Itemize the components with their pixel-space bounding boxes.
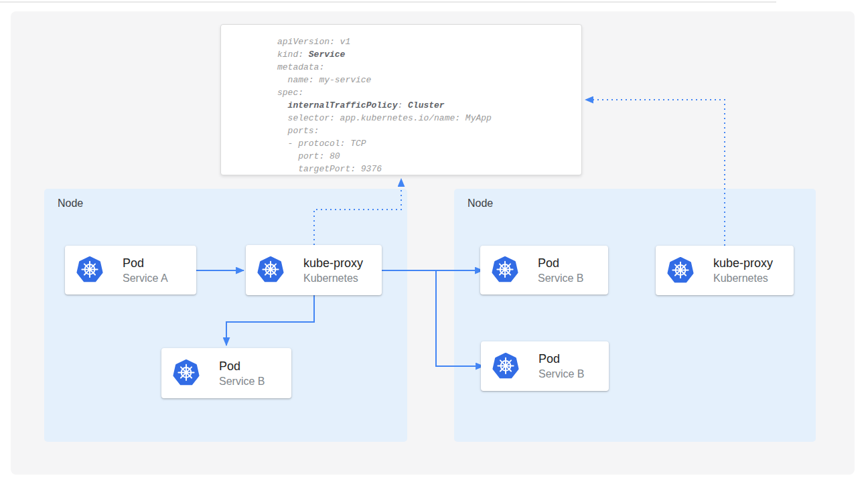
- node-label: Node: [58, 197, 83, 210]
- kubernetes-icon: [256, 256, 285, 284]
- card-text: kube-proxy Kubernetes: [713, 256, 773, 285]
- yaml-text-bold: internalTrafficPolicy: [288, 100, 398, 110]
- pod-service-b-right-bottom-card: Pod Service B: [481, 341, 609, 391]
- card-text: Pod Service A: [123, 256, 168, 285]
- card-subtitle: Service B: [538, 367, 584, 381]
- card-title: kube-proxy: [303, 256, 363, 271]
- yaml-line: internalTrafficPolicy: Cluster: [277, 99, 581, 112]
- yaml-text: ports:: [277, 126, 319, 136]
- card-title: Pod: [123, 256, 168, 271]
- yaml-text: port: 80: [277, 151, 340, 161]
- card-subtitle: Service B: [538, 271, 583, 285]
- yaml-text: :: [397, 100, 408, 110]
- yaml-text-bold: Service: [309, 50, 346, 60]
- yaml-line: port: 80: [277, 150, 581, 163]
- top-divider: [0, 1, 776, 3]
- yaml-line: apiVersion: v1: [277, 35, 581, 48]
- card-text: Pod Service B: [219, 359, 265, 388]
- card-subtitle: Kubernetes: [303, 271, 363, 285]
- card-subtitle: Kubernetes: [713, 271, 773, 285]
- yaml-text: [277, 100, 288, 110]
- yaml-line: selector: app.kubernetes.io/name: MyApp: [277, 112, 581, 125]
- yaml-text: spec:: [277, 88, 303, 98]
- yaml-line: spec:: [277, 86, 581, 99]
- yaml-text-bold: Cluster: [408, 100, 445, 110]
- yaml-text: name: my-service: [277, 75, 371, 85]
- card-title: Pod: [538, 351, 584, 367]
- yaml-line: name: my-service: [277, 74, 581, 86]
- card-title: Pod: [219, 359, 265, 374]
- yaml-text: targetPort: 9376: [277, 164, 382, 174]
- yaml-text: apiVersion: v1: [277, 37, 350, 47]
- pod-service-a-card: Pod Service A: [65, 246, 196, 295]
- card-title: Pod: [538, 256, 583, 271]
- kubernetes-icon: [491, 352, 520, 381]
- node-label: Node: [467, 197, 493, 210]
- yaml-text: selector: app.kubernetes.io/name: MyApp: [277, 113, 492, 123]
- kubernetes-icon: [171, 359, 201, 388]
- card-text: Pod Service B: [538, 256, 583, 285]
- yaml-line: - protocol: TCP: [277, 137, 581, 150]
- pod-service-b-right-top-card: Pod Service B: [480, 246, 608, 295]
- diagram-canvas: apiVersion: v1 kind: Service metadata: n…: [0, 0, 868, 488]
- yaml-line: ports:: [277, 125, 581, 137]
- pod-service-b-left-card: Pod Service B: [161, 348, 291, 398]
- kube-proxy-right-card: kube-proxy Kubernetes: [656, 246, 794, 295]
- node-left: Node: [44, 189, 407, 442]
- card-text: Pod Service B: [538, 351, 584, 381]
- yaml-line: targetPort: 9376: [277, 163, 581, 175]
- card-title: kube-proxy: [713, 256, 773, 271]
- kubernetes-icon: [666, 256, 695, 285]
- kubernetes-icon: [490, 256, 520, 284]
- kube-proxy-left-card: kube-proxy Kubernetes: [246, 245, 382, 295]
- yaml-text: - protocol: TCP: [277, 139, 366, 149]
- kubernetes-icon: [75, 256, 104, 284]
- node-right: Node: [454, 189, 816, 442]
- card-subtitle: Service B: [219, 374, 265, 388]
- card-subtitle: Service A: [123, 271, 168, 285]
- yaml-line: metadata:: [277, 61, 581, 74]
- yaml-text: metadata:: [277, 62, 324, 72]
- card-text: kube-proxy Kubernetes: [303, 256, 363, 285]
- yaml-line: kind: Service: [277, 48, 581, 61]
- service-yaml-card: apiVersion: v1 kind: Service metadata: n…: [220, 24, 582, 175]
- yaml-text: kind:: [277, 50, 309, 60]
